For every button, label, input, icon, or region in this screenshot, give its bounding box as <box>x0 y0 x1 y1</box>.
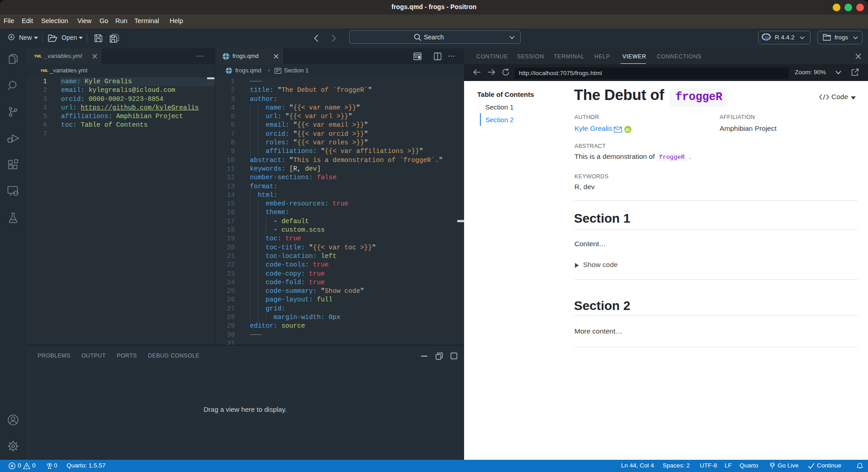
svg-text:R: R <box>765 35 769 42</box>
svg-text:iD: iD <box>626 128 630 132</box>
